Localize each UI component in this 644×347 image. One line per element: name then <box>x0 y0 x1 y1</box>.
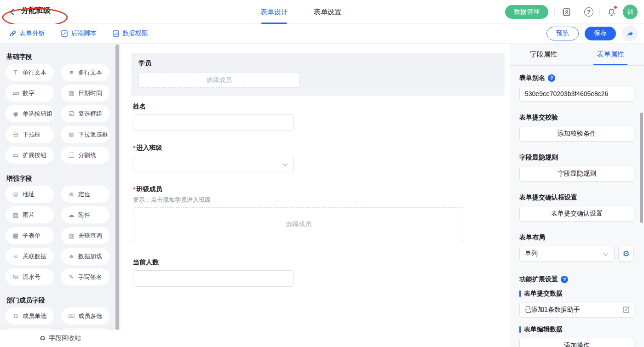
save-button[interactable]: 保存 <box>585 27 616 40</box>
form-canvas: 学员 选择成员 姓名 *进入班级 *班级成员 提示：点击添加学员进入班级 选择成… <box>121 44 510 347</box>
field-pill-subform[interactable]: ▤子表单 <box>6 227 54 244</box>
submit-data-box[interactable]: 已添加1条数据助手 <box>519 302 634 318</box>
backend-script-link[interactable]: 后端脚本 <box>61 29 97 38</box>
contacts-icon[interactable] <box>561 6 572 17</box>
form-field-current-count[interactable]: 当前人数 <box>133 258 510 287</box>
field-pill-radio-group[interactable]: ◉单选按钮组 <box>6 105 54 122</box>
field-pill-label: 流水号 <box>23 273 40 281</box>
field-pill-datetime[interactable]: ▦日期时间 <box>61 85 109 102</box>
edit-data-label: 表单编辑数据 <box>519 325 634 334</box>
field-pill-multi-dropdown[interactable]: ⊠下拉复选框 <box>61 126 109 143</box>
field-pill-label: 子表单 <box>23 232 40 240</box>
field-pill-label: 单行文本 <box>23 68 46 77</box>
form-external-link-label: 表单外链 <box>19 29 45 38</box>
field-pill-multi-line-text[interactable]: ≡多行文本 <box>61 64 109 81</box>
field-pill-checkbox-group[interactable]: ☑复选框组 <box>61 105 109 122</box>
link-icon <box>9 30 17 37</box>
header-right: 数据管理 ? 训 <box>505 0 638 24</box>
bell-icon[interactable] <box>606 6 617 17</box>
help-icon[interactable]: ? <box>584 7 593 17</box>
tab-form-settings-label: 表单设置 <box>314 8 341 17</box>
notification-dot <box>614 6 617 9</box>
tab-field-properties[interactable]: 字段属性 <box>510 44 577 65</box>
data-load-icon: ılı <box>67 254 75 259</box>
field-library-scroll: 基础字段 T单行文本 ≡多行文本 123数字 ▦日期时间 ◉单选按钮组 ☑复选框… <box>0 44 121 330</box>
confirm-box-label: 表单提交确认框设置 <box>519 193 634 202</box>
back-button[interactable] <box>8 8 17 16</box>
related-data-icon: ∞ <box>12 253 20 260</box>
field-hint: 提示：点击添加学员进入班级 <box>133 196 510 204</box>
visibility-rules-button[interactable]: 字段显隐规则 <box>519 166 634 182</box>
radio-icon: ◉ <box>12 110 20 117</box>
form-field-name[interactable]: 姓名 <box>133 102 510 131</box>
field-pill-extend-button[interactable]: ▭扩展按钮 <box>6 147 54 164</box>
field-pill-signature[interactable]: ✎手写签名 <box>61 268 109 285</box>
multi-dropdown-icon: ⊠ <box>67 131 75 138</box>
member-multi-icon: ΩΩ <box>67 313 75 319</box>
visibility-rules-label: 字段显隐规则 <box>519 154 634 162</box>
permission-icon <box>112 30 120 37</box>
current-count-input[interactable] <box>133 270 294 287</box>
recycle-icon: ♻ <box>40 334 46 342</box>
tab-form-design[interactable]: 表单设计 <box>258 0 291 24</box>
enter-class-select[interactable] <box>133 156 294 172</box>
member-single-icon: Ω <box>12 313 20 319</box>
tab-form-settings[interactable]: 表单设置 <box>311 0 344 24</box>
share-button[interactable] <box>622 26 638 41</box>
backend-script-link-label: 后端脚本 <box>71 29 97 38</box>
field-pill-address[interactable]: ◎地址 <box>6 186 54 203</box>
tab-form-properties-label: 表单属性 <box>597 50 624 59</box>
data-permission-link-label: 数据权限 <box>122 29 148 38</box>
name-input[interactable] <box>133 114 294 131</box>
gear-icon: ⚙ <box>622 249 629 259</box>
form-alias-input[interactable] <box>519 86 634 102</box>
field-pill-dropdown[interactable]: ⊟下拉框 <box>6 126 54 143</box>
field-pill-serial-number[interactable]: №流水号 <box>6 268 54 285</box>
field-pill-data-load[interactable]: ılı数据加载 <box>61 248 109 265</box>
form-layout-select[interactable]: 单列 <box>519 246 615 262</box>
field-pill-member-single[interactable]: Ω成员单选 <box>6 307 54 324</box>
submit-check-label: 表单提交校验 <box>519 114 634 122</box>
sidebar-scrollbar[interactable] <box>115 45 119 332</box>
add-check-condition-button[interactable]: 添加校验条件 <box>519 126 634 142</box>
field-pill-image[interactable]: ▧图片 <box>6 206 54 223</box>
field-pill-divider-line[interactable]: 三分割线 <box>61 147 109 164</box>
select-members-area[interactable]: 选择成员 <box>133 207 464 241</box>
form-field-student[interactable]: 学员 选择成员 <box>131 53 505 96</box>
preview-button[interactable]: 预览 <box>546 27 579 40</box>
locate-icon: ⊕ <box>67 191 75 198</box>
tab-form-design-label: 表单设计 <box>260 8 288 17</box>
layout-settings-button[interactable]: ⚙ <box>618 246 634 262</box>
header-tabs: 表单设计 表单设置 <box>258 0 344 24</box>
field-pill-label: 地址 <box>23 190 34 199</box>
field-pill-number[interactable]: 123数字 <box>6 85 54 102</box>
help-question-icon[interactable]: ? <box>548 74 555 82</box>
field-pill-member-multi[interactable]: ΩΩ成员多选 <box>61 307 109 324</box>
field-pill-related-query[interactable]: ▥关联查询 <box>61 227 109 244</box>
field-pill-related-data[interactable]: ∞关联数据 <box>6 248 54 265</box>
field-pill-attachment[interactable]: ☁附件 <box>61 206 109 223</box>
data-manage-button[interactable]: 数据管理 <box>505 5 548 19</box>
confirm-box-button[interactable]: 表单提交确认设置 <box>519 206 634 222</box>
edit-icon[interactable] <box>622 306 630 313</box>
tab-form-properties[interactable]: 表单属性 <box>577 44 644 65</box>
image-icon: ▧ <box>12 211 20 218</box>
help-question-icon[interactable]: ? <box>561 276 568 283</box>
required-asterisk: * <box>133 186 135 193</box>
field-pill-label: 成员单选 <box>23 312 46 320</box>
panel-scrollbar[interactable] <box>640 113 643 223</box>
field-pill-single-line-text[interactable]: T单行文本 <box>6 64 54 81</box>
data-permission-link[interactable]: 数据权限 <box>112 29 148 38</box>
required-asterisk: * <box>133 144 135 152</box>
add-operation-button[interactable]: 添加操作 <box>519 338 634 347</box>
select-member-button[interactable]: 选择成员 <box>138 73 299 88</box>
field-pill-label: 数字 <box>23 89 34 97</box>
field-recycle-bin[interactable]: ♻ 字段回收站 <box>0 330 121 347</box>
address-pin-icon: ◎ <box>12 191 20 198</box>
form-external-link[interactable]: 表单外链 <box>9 29 45 38</box>
field-pill-location[interactable]: ⊕定位 <box>61 186 109 203</box>
multi-line-text-icon: ≡ <box>67 69 75 76</box>
form-field-class-members[interactable]: *班级成员 提示：点击添加学员进入班级 选择成员 <box>133 185 510 241</box>
form-field-enter-class[interactable]: *进入班级 <box>133 144 510 172</box>
avatar[interactable]: 训 <box>623 5 638 19</box>
